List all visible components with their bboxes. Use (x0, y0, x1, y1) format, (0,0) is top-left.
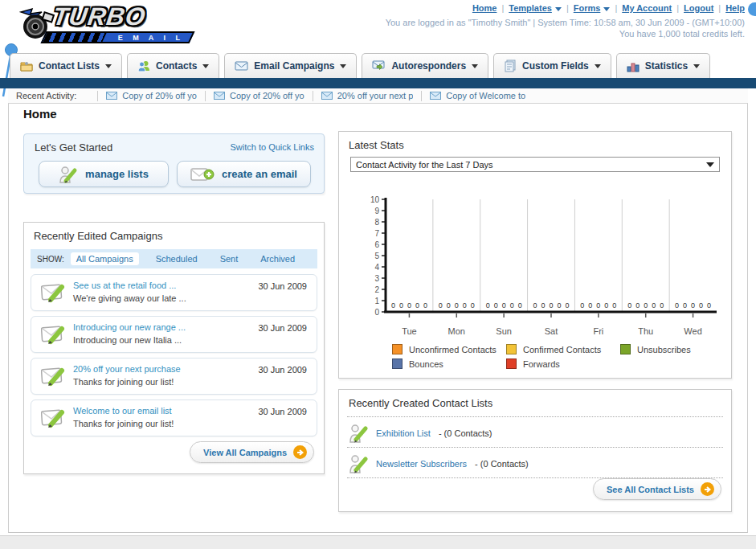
nav-home-link[interactable]: Home (472, 3, 497, 13)
view-all-campaigns-button[interactable]: View All Campaigns (190, 441, 314, 463)
nav-help-link[interactable]: Help (725, 3, 745, 13)
recent-activity-text: Copy of 20% off yo (122, 91, 197, 100)
legend-item: Unconfirmed Contacts (392, 344, 506, 354)
campaign-title[interactable]: Welcome to our email list (73, 406, 172, 416)
create-email-button[interactable]: create an email (177, 161, 311, 187)
campaign-row[interactable]: See us at the retail food ... We're givi… (31, 274, 317, 311)
tab-contact-lists[interactable]: Contact Lists (10, 53, 122, 78)
tab-custom-fields[interactable]: Custom Fields (493, 53, 611, 78)
svg-text:0: 0 (635, 301, 640, 309)
envelope-pencil-icon (41, 282, 67, 303)
stats-legend: Unconfirmed ContactsConfirmed ContactsUn… (392, 344, 739, 369)
legend-swatch-icon (506, 358, 517, 369)
svg-text:10: 10 (370, 195, 380, 204)
statistics-icon (627, 60, 640, 72)
recent-activity-text: 20% off your next p (337, 91, 414, 100)
main-content: Home Let's Get Started Switch to Quick L… (8, 104, 748, 533)
recent-activity-item[interactable]: Copy of 20% off yo (205, 91, 313, 101)
filter-archived[interactable]: Archived (255, 252, 300, 265)
tab-label: Contact Lists (39, 60, 100, 72)
turbo-email-logo[interactable]: TURBO E M A I L (6, 2, 199, 46)
tab-email-campaigns[interactable]: Email Campaigns (224, 53, 357, 78)
see-all-contact-lists-button[interactable]: See All Contact Lists (593, 478, 721, 500)
campaign-row[interactable]: Introducing our new range ... Introducin… (31, 316, 317, 353)
nav-my-account-link[interactable]: My Account (622, 3, 672, 13)
svg-text:0: 0 (627, 301, 631, 309)
campaign-date: 30 Jun 2009 (258, 281, 307, 291)
envelope-icon (235, 60, 248, 72)
svg-text:3: 3 (374, 274, 379, 283)
stats-dropdown[interactable]: Contact Activity for the Last 7 Days (350, 157, 720, 172)
svg-text:0: 0 (644, 301, 648, 309)
recent-activity-label: Recent Activity: (16, 91, 76, 100)
campaign-title[interactable]: Introducing our new range ... (73, 322, 186, 332)
legend-item: Confirmed Contacts (506, 344, 620, 354)
campaign-title[interactable]: See us at the retail food ... (73, 281, 176, 290)
manage-lists-button[interactable]: manage lists (39, 161, 169, 187)
nav-divider: | (566, 3, 569, 13)
svg-text:Mon: Mon (448, 326, 465, 336)
tab-autoresponders[interactable]: Autoresponders (362, 53, 488, 78)
recent-activity-item[interactable]: 20% off your next p (313, 91, 422, 101)
page: TURBO E M A I L Home|Templates|Forms|My … (0, 0, 756, 549)
chevron-down-icon (693, 64, 700, 68)
campaign-subtitle: We're giving away our late ... (73, 293, 186, 303)
recent-activity-item[interactable]: Copy of Welcome to (421, 91, 533, 101)
svg-text:0: 0 (439, 301, 443, 309)
svg-text:Tue: Tue (402, 326, 417, 336)
nav-templates-link[interactable]: Templates (509, 3, 552, 13)
legend-label: Bounces (409, 359, 443, 369)
svg-text:Sat: Sat (545, 326, 558, 336)
svg-text:Thu: Thu (638, 326, 653, 336)
svg-text:0: 0 (596, 301, 600, 309)
envelope-icon (214, 92, 225, 100)
chevron-down-icon (595, 64, 601, 68)
svg-text:5: 5 (374, 252, 379, 260)
nav-forms-link[interactable]: Forms (574, 3, 601, 13)
campaign-date: 30 Jun 2009 (258, 365, 307, 375)
svg-text:0: 0 (660, 301, 664, 309)
filter-all-campaigns[interactable]: All Campaigns (71, 252, 139, 265)
dotted-divider (347, 447, 723, 448)
create-email-label: create an email (222, 168, 297, 180)
legend-item: Bounces (392, 358, 506, 369)
filter-sent[interactable]: Sent (215, 252, 244, 265)
contact-list-item[interactable]: Newsletter Subscribers - (0 Contacts) (349, 453, 529, 475)
legend-label: Confirmed Contacts (523, 345, 601, 354)
filter-scheduled[interactable]: Scheduled (150, 252, 203, 265)
contact-list-count: - (0 Contacts) (475, 459, 529, 469)
svg-text:0: 0 (471, 301, 475, 309)
svg-text:0: 0 (652, 301, 656, 309)
contact-list-link[interactable]: Newsletter Subscribers (376, 459, 467, 469)
contact-lists-title: Recently Created Contact Lists (349, 397, 492, 409)
chart-area: 012345678910Tue00000Mon00000Sun00000Sat0… (349, 193, 723, 339)
tab-statistics[interactable]: Statistics (616, 53, 710, 78)
svg-text:0: 0 (463, 301, 467, 309)
svg-text:0: 0 (691, 301, 695, 309)
folder-icon (20, 59, 33, 72)
svg-text:Sun: Sun (496, 326, 512, 336)
campaign-row[interactable]: Welcome to our email list Thanks for joi… (31, 399, 317, 436)
switch-quick-links-link[interactable]: Switch to Quick Links (230, 142, 314, 152)
chevron-down-icon (202, 64, 209, 68)
logo-title: TURBO (51, 2, 147, 31)
svg-text:0: 0 (502, 301, 506, 309)
campaign-row[interactable]: 20% off your next purchase Thanks for jo… (31, 358, 317, 395)
chevron-down-icon (472, 64, 478, 68)
campaigns-title: Recently Edited Campaigns (34, 230, 162, 242)
svg-text:0: 0 (541, 301, 545, 309)
person-pencil-icon (349, 453, 368, 474)
tab-contacts[interactable]: Contacts (127, 53, 219, 78)
nav-logout-link[interactable]: Logout (684, 3, 713, 13)
svg-text:7: 7 (374, 229, 379, 238)
recent-activity-item[interactable]: Copy of 20% off yo (97, 91, 205, 101)
show-label: SHOW: (37, 255, 64, 264)
svg-text:0: 0 (699, 301, 703, 309)
navy-divider-bar (0, 78, 756, 88)
logo-stripes (43, 33, 106, 42)
campaign-title[interactable]: 20% off your next purchase (73, 364, 181, 374)
main-nav-tabs: Contact Lists Contacts Email Campaigns (10, 53, 710, 78)
legend-swatch-icon (506, 344, 517, 354)
contact-list-link[interactable]: Exhibition List (376, 428, 431, 438)
contact-list-item[interactable]: Exhibition List - (0 Contacts) (349, 422, 492, 445)
